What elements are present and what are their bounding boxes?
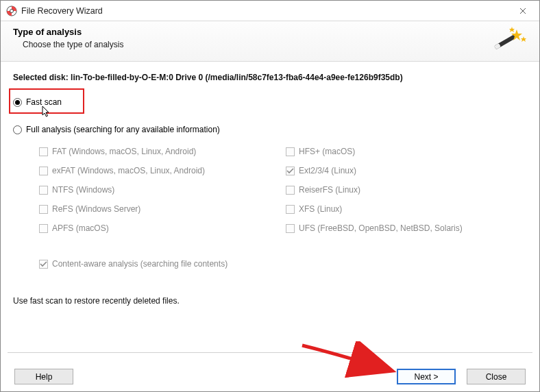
help-button[interactable]: Help [14, 369, 73, 384]
svg-marker-5 [521, 36, 526, 42]
radio-full-analysis[interactable] [13, 125, 22, 134]
option-fast-scan-label: Fast scan [26, 97, 62, 107]
filesystem-grid: FAT (Windows, macOS, Linux, Android) HFS… [39, 147, 527, 233]
svg-point-1 [10, 9, 14, 12]
checkbox-fat: FAT (Windows, macOS, Linux, Android) [39, 147, 286, 156]
checkbox-hfsplus: HFS+ (macOS) [286, 147, 505, 156]
selected-disk-prefix: Selected disk: [13, 73, 71, 82]
window-title: File Recovery Wizard [21, 6, 509, 16]
cursor-icon [42, 106, 51, 120]
checkbox-ext: Ext2/3/4 (Linux) [286, 166, 505, 175]
checkbox-reiserfs: ReiserFS (Linux) [286, 185, 505, 195]
checkbox-content-aware-label: Content-aware analysis (searching file c… [52, 259, 228, 269]
option-full-analysis-label: Full analysis (searching for any availab… [26, 125, 220, 134]
title-bar: File Recovery Wizard [1, 1, 539, 21]
checkbox-ufs: UFS (FreeBSD, OpenBSD, NetBSD, Solaris) [286, 223, 505, 233]
radio-fast-scan[interactable] [13, 98, 22, 107]
close-icon [519, 8, 526, 14]
checkbox-xfs: XFS (Linux) [286, 204, 505, 214]
hint-text: Use fast scan to restore recently delete… [13, 296, 527, 306]
close-button[interactable]: Close [467, 369, 526, 384]
selected-disk-path: lin-To-be-filled-by-O-E-M:0 Drive 0 (/me… [71, 73, 403, 82]
wizard-footer: Help Next > Close [1, 369, 539, 384]
svg-marker-6 [509, 27, 515, 32]
page-title: Type of analysis [13, 27, 493, 37]
checkbox-apfs: APFS (macOS) [39, 223, 286, 233]
checkbox-refs: ReFS (Windows Server) [39, 204, 286, 214]
next-button[interactable]: Next > [397, 369, 456, 384]
page-subtitle: Choose the type of analysis [23, 40, 493, 49]
checkbox-ext-box [286, 167, 295, 175]
checkbox-ntfs: NTFS (Windows) [39, 185, 286, 195]
window-close-button[interactable] [509, 1, 537, 21]
wizard-header: Type of analysis Choose the type of anal… [1, 21, 539, 62]
wizard-wand-icon [493, 27, 527, 54]
checkbox-content-aware: Content-aware analysis (searching file c… [39, 259, 527, 269]
checkbox-exfat: exFAT (Windows, macOS, Linux, Android) [39, 166, 286, 175]
option-full-analysis[interactable]: Full analysis (searching for any availab… [13, 122, 527, 137]
wizard-body: Selected disk: lin-To-be-filled-by-O-E-M… [1, 62, 539, 306]
footer-separator [8, 352, 532, 353]
option-fast-scan[interactable]: Fast scan [13, 95, 527, 110]
checkbox-content-aware-box [39, 260, 48, 269]
app-icon [6, 5, 17, 16]
selected-disk-line: Selected disk: lin-To-be-filled-by-O-E-M… [13, 73, 527, 82]
